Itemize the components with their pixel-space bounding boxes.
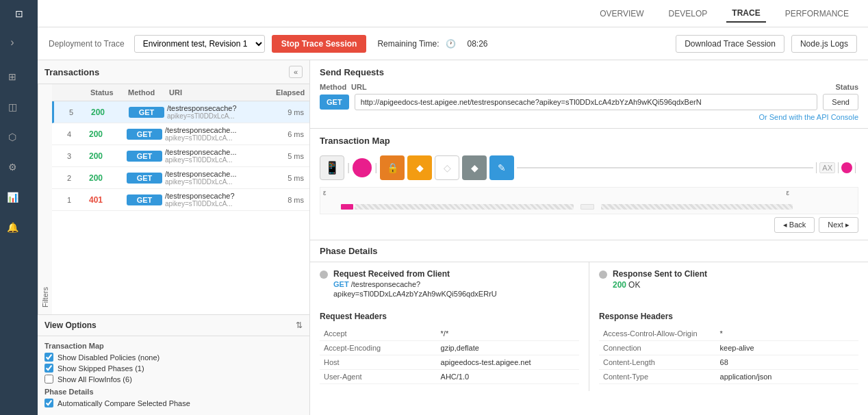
table-row[interactable]: 2 200 GET /testresponsecache... apikey=s… bbox=[52, 167, 309, 189]
sidebar-icon-grid[interactable]: ⊞ bbox=[0, 64, 25, 89]
table-row[interactable]: 4 200 GET /testresponsecache... apikey=s… bbox=[52, 123, 309, 145]
sidebar-icon-settings[interactable]: ⚙ bbox=[0, 155, 25, 179]
auto-compare-input[interactable] bbox=[44, 399, 53, 407]
header-value: application/json bbox=[716, 370, 858, 384]
stripe-bar2 bbox=[601, 204, 793, 210]
row-num: 2 bbox=[52, 173, 86, 184]
url-label: URL bbox=[351, 83, 372, 91]
show-flowinfos-input[interactable] bbox=[44, 375, 53, 383]
headers-row: Request Headers Accept */* Accept-Encodi… bbox=[310, 305, 868, 391]
response-headers-title: Response Headers bbox=[599, 312, 858, 321]
remaining-time: 08:26 bbox=[467, 39, 487, 49]
next-button[interactable]: Next ▸ bbox=[819, 217, 858, 233]
response-phase-status: Response Sent to Client 200 OK bbox=[599, 269, 858, 290]
row-method[interactable]: GET bbox=[127, 129, 162, 140]
nav-performance[interactable]: PERFORMANCE bbox=[780, 5, 854, 22]
nav-trace[interactable]: TRACE bbox=[726, 5, 765, 23]
phase-details-section: Phase Details Request Received from Clie… bbox=[310, 240, 868, 415]
row-elapsed: 6 ms bbox=[272, 130, 309, 138]
header-row: Accept */* bbox=[320, 327, 579, 341]
auto-compare-checkbox[interactable]: Automatically Compare Selected Phase bbox=[44, 399, 303, 407]
request-url-text: /testresponsecache? bbox=[351, 280, 421, 288]
show-skipped-label: Show Skipped Phases (1) bbox=[58, 364, 144, 373]
header-row: Access-Control-Allow-Origin * bbox=[599, 327, 858, 341]
show-all-flowinfos-checkbox[interactable]: Show All FlowInfos (6) bbox=[44, 375, 303, 383]
orange-lock-icon[interactable]: 🔒 bbox=[380, 155, 405, 180]
transactions-table-area: Filters Status Method URI Elapsed 5 2 bbox=[38, 84, 309, 314]
send-requests-row: GET Send bbox=[320, 94, 858, 110]
response-phase-title: Response Sent to Client bbox=[613, 269, 707, 279]
header-value: 68 bbox=[716, 355, 858, 370]
sidebar-icon-analytics[interactable]: 📊 bbox=[0, 185, 25, 210]
url-input[interactable] bbox=[355, 94, 818, 110]
table-row[interactable]: 5 200 GET /testresponsecache? apikey=sTl… bbox=[52, 101, 309, 123]
nav-overview[interactable]: OVERVIEW bbox=[594, 5, 649, 22]
row-uri: /testresponsecache... apikey=sTl0DDxLcA.… bbox=[165, 170, 272, 186]
yellow-diamond-icon[interactable]: ◆ bbox=[407, 155, 432, 180]
download-trace-button[interactable]: Download Trace Session bbox=[676, 35, 784, 53]
row-status: 200 bbox=[88, 106, 126, 118]
col-num bbox=[52, 87, 86, 98]
row-num: 5 bbox=[54, 107, 88, 118]
send-button[interactable]: Send bbox=[823, 94, 858, 110]
request-phase-url2: apikey=sTl0DDxLcA4zbYzAh9wKQi596qdxERrU bbox=[333, 290, 497, 298]
show-skipped-input[interactable] bbox=[44, 364, 53, 373]
phone-icon[interactable]: 📱 bbox=[320, 155, 344, 180]
response-headers: Response Headers Access-Control-Allow-Or… bbox=[589, 305, 868, 391]
top-nav: OVERVIEW DEVELOP TRACE PERFORMANCE bbox=[38, 0, 868, 27]
request-headers-title: Request Headers bbox=[320, 312, 579, 321]
nodejs-logs-button[interactable]: Node.js Logs bbox=[791, 35, 857, 53]
header-value: AHC/1.0 bbox=[437, 370, 579, 384]
header-name: Access-Control-Allow-Origin bbox=[599, 327, 716, 341]
col-method: Method bbox=[124, 87, 165, 98]
row-uri: /testresponsecache? apikey=sTl0DDxLcA... bbox=[167, 104, 272, 120]
filters-sidebar[interactable]: Filters bbox=[38, 84, 52, 314]
request-phase-title: Request Received from Client bbox=[333, 269, 497, 279]
show-disabled-input[interactable] bbox=[44, 353, 53, 362]
proxy-icon: ⬡ bbox=[8, 131, 16, 142]
header-name: Accept-Encoding bbox=[320, 341, 437, 355]
right-panel: Send Requests Method URL Status GET Send… bbox=[310, 60, 868, 415]
sidebar-icon-api[interactable]: ◫ bbox=[0, 95, 25, 119]
dark-diamond-icon[interactable]: ◆ bbox=[462, 155, 487, 180]
transactions-title: Transactions bbox=[44, 67, 289, 77]
phase-details-section-title: Phase Details bbox=[44, 388, 303, 396]
back-button[interactable]: ◂ Back bbox=[774, 217, 815, 233]
request-headers: Request Headers Accept */* Accept-Encodi… bbox=[310, 305, 589, 391]
nav-develop[interactable]: DEVELOP bbox=[663, 5, 713, 22]
blue-edit-icon[interactable]: ✎ bbox=[489, 155, 514, 180]
response-status-row: 200 OK bbox=[613, 280, 707, 290]
show-skipped-checkbox[interactable]: Show Skipped Phases (1) bbox=[44, 364, 303, 373]
table-row[interactable]: 3 200 GET /testresponsecache... apikey=s… bbox=[52, 145, 309, 167]
pink-circle-icon[interactable] bbox=[353, 158, 372, 177]
collapse-transactions-button[interactable]: « bbox=[289, 66, 303, 78]
row-elapsed: 5 ms bbox=[272, 152, 309, 160]
response-status-code: 200 bbox=[613, 280, 626, 290]
sidebar-icon-notify[interactable]: 🔔 bbox=[0, 215, 25, 240]
row-num: 4 bbox=[52, 129, 86, 140]
row-method[interactable]: GET bbox=[127, 173, 162, 184]
api-console-link[interactable]: Or Send with the API Console bbox=[320, 113, 858, 121]
row-method[interactable]: GET bbox=[127, 151, 162, 162]
white-diamond-icon[interactable]: ◇ bbox=[435, 155, 459, 180]
gear-icon: ⚙ bbox=[8, 162, 17, 173]
sidebar-icon-proxy[interactable]: ⬡ bbox=[0, 125, 25, 149]
stop-trace-button[interactable]: Stop Trace Session bbox=[272, 35, 367, 53]
header-row: Content-Length 68 bbox=[599, 355, 858, 370]
table-row[interactable]: 1 401 GET /testresponsecache? apikey=sTl… bbox=[52, 189, 309, 211]
view-options-header[interactable]: View Options ⇅ bbox=[38, 315, 309, 336]
row-method[interactable]: GET bbox=[129, 107, 164, 118]
api-icon: ◫ bbox=[8, 101, 17, 112]
body-area: Transactions « Filters Status Method URI… bbox=[38, 60, 868, 415]
show-flowinfos-label: Show All FlowInfos (6) bbox=[58, 375, 132, 383]
get-method-button[interactable]: GET bbox=[320, 95, 349, 110]
row-method[interactable]: GET bbox=[127, 194, 162, 205]
environment-select[interactable]: Environment test, Revision 1 bbox=[134, 35, 265, 53]
row-elapsed: 8 ms bbox=[272, 196, 309, 204]
response-phase-col: Response Sent to Client 200 OK bbox=[589, 262, 868, 305]
show-disabled-checkbox[interactable]: Show Disabled Policies (none) bbox=[44, 353, 303, 362]
header-value: apigeedocs-test.apigee.net bbox=[437, 355, 579, 370]
row-status: 401 bbox=[86, 194, 124, 206]
request-headers-table: Accept */* Accept-Encoding gzip,deflate … bbox=[320, 327, 579, 384]
sidebar-icon-expand[interactable]: › bbox=[0, 30, 25, 55]
